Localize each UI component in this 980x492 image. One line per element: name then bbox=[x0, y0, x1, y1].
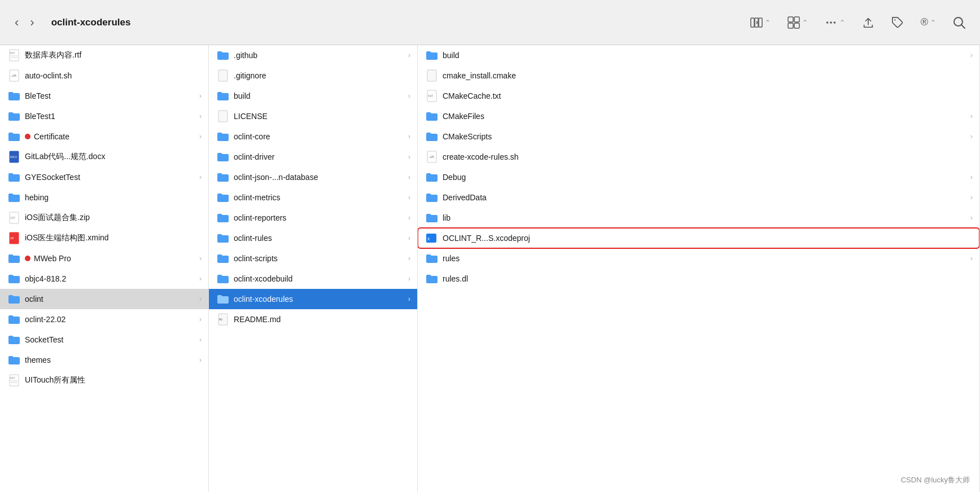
file-name: cmake_install.cmake bbox=[443, 71, 973, 80]
list-item[interactable]: BleTest1› bbox=[0, 106, 208, 126]
list-item[interactable]: hebing bbox=[0, 187, 208, 208]
list-item[interactable]: build› bbox=[209, 86, 417, 106]
list-item[interactable]: DOCXGitLab代码...规范.docx bbox=[0, 147, 208, 167]
file-name: iOS医生端结构图.xmind bbox=[25, 233, 202, 243]
chevron-right-icon: › bbox=[199, 112, 202, 120]
file-name: rules bbox=[443, 254, 968, 263]
list-item[interactable]: oclint-json-...n-database› bbox=[209, 167, 417, 187]
list-item[interactable]: oclint-metrics› bbox=[209, 187, 417, 208]
list-item[interactable]: oclint-xcodebuild› bbox=[209, 269, 417, 289]
chevron-right-icon: › bbox=[970, 254, 973, 262]
folder-icon bbox=[216, 252, 230, 265]
folder-icon bbox=[7, 90, 21, 102]
svg-text:MD: MD bbox=[219, 318, 222, 321]
file-name: build bbox=[234, 91, 406, 100]
folder-icon bbox=[216, 273, 230, 285]
tag-button[interactable] bbox=[888, 14, 907, 31]
file-name: Debug bbox=[443, 173, 968, 182]
badge-red bbox=[25, 256, 30, 261]
list-item[interactable]: oclint-scripts› bbox=[209, 248, 417, 269]
list-item[interactable]: DerivedData› bbox=[418, 187, 979, 208]
list-item[interactable]: oclint-22.02› bbox=[0, 309, 208, 330]
svg-text:ZIP: ZIP bbox=[10, 216, 15, 219]
view-columns-button[interactable]: ⌃ bbox=[747, 14, 774, 31]
file-name: GitLab代码...规范.docx bbox=[25, 152, 202, 162]
registered-chevron: ⌃ bbox=[930, 19, 936, 27]
list-item[interactable]: Debug› bbox=[418, 167, 979, 187]
svg-rect-6 bbox=[794, 23, 799, 28]
list-item[interactable]: build› bbox=[418, 45, 979, 65]
toolbar-title: oclint-xcoderules bbox=[51, 17, 131, 28]
list-item[interactable]: themes› bbox=[0, 350, 208, 370]
file-name: MWeb Pro bbox=[34, 254, 197, 263]
list-item[interactable]: oclint-driver› bbox=[209, 147, 417, 167]
list-item[interactable]: CMakeScripts› bbox=[418, 126, 979, 147]
folder-icon bbox=[425, 49, 439, 61]
svg-text:.sh: .sh bbox=[428, 155, 434, 159]
list-item[interactable]: .github› bbox=[209, 45, 417, 65]
list-item[interactable]: cmake_install.cmake bbox=[418, 65, 979, 86]
registered-button[interactable]: ® ⌃ bbox=[917, 14, 939, 30]
mid-panel: .github›.gitignore build›LICENSE oclint-… bbox=[209, 45, 418, 492]
file-name: iOS面试题合集.zip bbox=[25, 213, 202, 223]
list-item[interactable]: MDREADME.md bbox=[209, 309, 417, 330]
list-item[interactable]: oclint-rules› bbox=[209, 228, 417, 248]
list-item[interactable]: rules› bbox=[418, 248, 979, 269]
list-item[interactable]: CMakeFiles› bbox=[418, 106, 979, 126]
list-item[interactable]: RTF数据库表内容.rtf bbox=[0, 45, 208, 65]
folder-icon bbox=[425, 252, 439, 265]
file-name: oclint-reporters bbox=[234, 213, 406, 222]
folder-icon bbox=[7, 171, 21, 183]
file-name: .gitignore bbox=[234, 71, 410, 80]
list-item[interactable]: ZIPiOS面试题合集.zip bbox=[0, 208, 208, 228]
list-item[interactable]: oclint-xcoderules› bbox=[209, 289, 417, 309]
folder-icon bbox=[425, 130, 439, 143]
file-name: oclint-core bbox=[234, 132, 406, 141]
forward-button[interactable]: › bbox=[27, 13, 37, 32]
list-item[interactable]: SocketTest› bbox=[0, 330, 208, 350]
list-item[interactable]: RTFUITouch所有属性 bbox=[0, 370, 208, 390]
back-button[interactable]: ‹ bbox=[11, 13, 22, 32]
list-item[interactable]: .gitignore bbox=[209, 65, 417, 86]
actions-button[interactable]: ⌃ bbox=[821, 14, 848, 31]
list-item[interactable]: oclint-core› bbox=[209, 126, 417, 147]
file-name: create-xcode-rules.sh bbox=[443, 152, 973, 161]
svg-rect-30 bbox=[218, 111, 228, 122]
list-item[interactable]: .shauto-oclint.sh bbox=[0, 65, 208, 86]
badge-red bbox=[25, 134, 30, 139]
list-item[interactable]: MWeb Pro› bbox=[0, 248, 208, 269]
share-button[interactable] bbox=[859, 14, 878, 31]
list-item[interactable]: lib› bbox=[418, 208, 979, 228]
list-item[interactable]: XOCLINT_R...S.xcodeproj bbox=[418, 228, 979, 248]
list-item[interactable]: oclint› bbox=[0, 289, 208, 309]
watermark: CSDN @lucky鲁大师 bbox=[901, 475, 970, 485]
file-name: GYESocketTest bbox=[25, 173, 197, 182]
chevron-right-icon: › bbox=[970, 194, 973, 201]
list-item[interactable]: oclint-reporters› bbox=[209, 208, 417, 228]
file-name: CMakeCache.txt bbox=[443, 91, 973, 100]
list-item[interactable]: BleTest› bbox=[0, 86, 208, 106]
folder-icon bbox=[7, 354, 21, 366]
file-name: oclint-xcodebuild bbox=[234, 274, 406, 283]
actions-chevron: ⌃ bbox=[839, 19, 845, 27]
txt-icon: TXT bbox=[425, 90, 439, 102]
file-name: lib bbox=[443, 213, 968, 222]
toolbar-actions: ⌃ ⌃ ⌃ bbox=[747, 14, 969, 31]
svg-text:RTF: RTF bbox=[10, 376, 15, 380]
chevron-right-icon: › bbox=[199, 315, 202, 323]
folder-icon bbox=[216, 151, 230, 163]
view-gallery-button[interactable]: ⌃ bbox=[784, 14, 811, 31]
file-name: oclint-metrics bbox=[234, 193, 406, 202]
chevron-right-icon: › bbox=[970, 112, 973, 120]
list-item[interactable]: LICENSE bbox=[209, 106, 417, 126]
list-item[interactable]: objc4-818.2› bbox=[0, 269, 208, 289]
search-button[interactable] bbox=[950, 14, 969, 31]
list-item[interactable]: GYESocketTest› bbox=[0, 167, 208, 187]
list-item[interactable]: Certificate› bbox=[0, 126, 208, 147]
list-item[interactable]: TXTCMakeCache.txt bbox=[418, 86, 979, 106]
list-item[interactable]: XMiOS医生端结构图.xmind bbox=[0, 228, 208, 248]
list-item[interactable]: .shcreate-xcode-rules.sh bbox=[418, 147, 979, 167]
registered-icon: ® bbox=[921, 16, 928, 28]
chevron-right-icon: › bbox=[408, 51, 410, 59]
list-item[interactable]: rules.dl bbox=[418, 269, 979, 289]
